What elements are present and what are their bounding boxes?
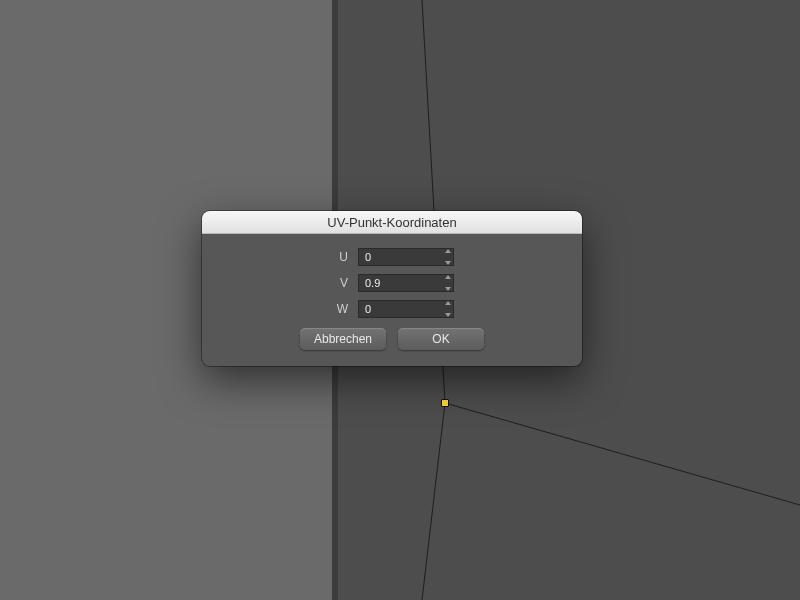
u-stepper[interactable] <box>443 249 453 265</box>
w-input[interactable] <box>358 300 454 318</box>
w-label: W <box>330 302 348 316</box>
u-label: U <box>330 250 348 264</box>
dialog-titlebar[interactable]: UV-Punkt-Koordinaten <box>202 211 582 234</box>
v-stepper[interactable] <box>443 275 453 291</box>
chevron-down-icon[interactable] <box>445 313 451 317</box>
chevron-up-icon[interactable] <box>445 249 451 253</box>
u-input[interactable] <box>358 248 454 266</box>
ok-button[interactable]: OK <box>398 328 484 350</box>
chevron-down-icon[interactable] <box>445 261 451 265</box>
chevron-up-icon[interactable] <box>445 301 451 305</box>
chevron-down-icon[interactable] <box>445 287 451 291</box>
uv-point-coordinates-dialog: UV-Punkt-Koordinaten U V <box>202 211 582 366</box>
cancel-button[interactable]: Abbrechen <box>300 328 386 350</box>
v-field <box>358 274 454 292</box>
v-input[interactable] <box>358 274 454 292</box>
w-field <box>358 300 454 318</box>
w-stepper[interactable] <box>443 301 453 317</box>
chevron-up-icon[interactable] <box>445 275 451 279</box>
v-label: V <box>330 276 348 290</box>
dialog-title: UV-Punkt-Koordinaten <box>327 215 456 230</box>
uv-selected-point[interactable] <box>441 399 449 407</box>
u-field <box>358 248 454 266</box>
